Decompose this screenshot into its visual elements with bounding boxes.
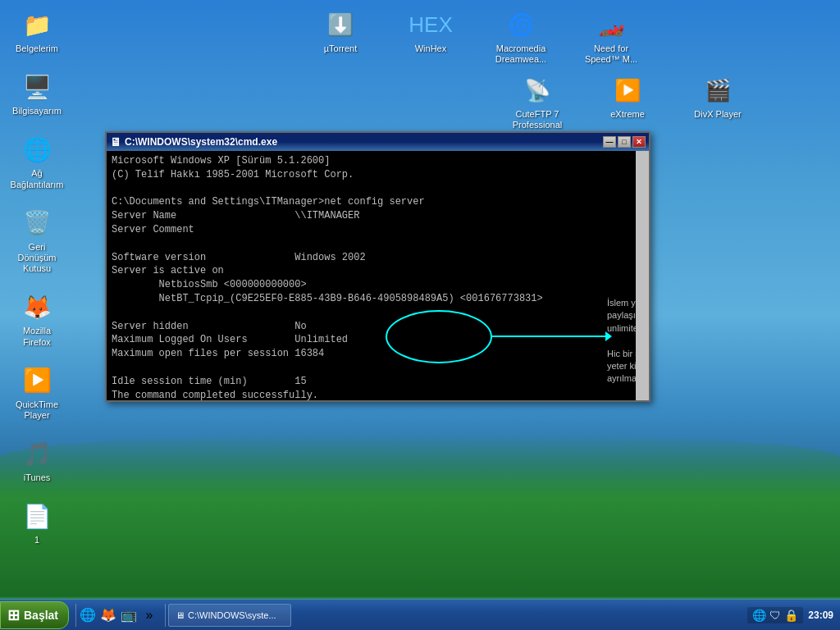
icon-geri-donusum[interactable]: 🗑️ Geri Dönüşüm Kutusu — [8, 207, 66, 275]
nfs-label: Need for Speed™ M... — [582, 43, 640, 65]
bilgisayarim-icon: 🖥️ — [21, 71, 53, 103]
desktop-icons-left: 📁 Belgelerim 🖥️ Bilgisayarım 🌐 Ağ Bağlan… — [8, 8, 66, 546]
extreme-label: eXtreme — [610, 109, 645, 120]
extreme-icon: ▶️ — [611, 74, 644, 107]
firefox-label: Mozilla Firefox — [8, 326, 66, 347]
icon-bilgisayarim[interactable]: 🖥️ Bilgisayarım — [8, 71, 66, 116]
cuteftp-label: CuteFTP 7 Professional — [509, 109, 566, 130]
start-button[interactable]: ⊞ Başlat — [0, 601, 69, 629]
ag-label: Ağ Bağlantılarım — [8, 168, 66, 189]
maximize-button[interactable]: □ — [618, 136, 631, 148]
taskbar-quick-launch: 🌐 🦊 📺 » — [79, 606, 158, 624]
dreamweaver-label: Macromedia Dreamwea... — [492, 43, 550, 65]
ag-icon: 🌐 — [21, 133, 53, 166]
winhex-label: WinHex — [415, 43, 447, 54]
taskbar-ie-icon[interactable]: 🌐 — [79, 606, 97, 624]
taskbar-clock: 23:09 — [808, 609, 833, 621]
recycle-icon: 🗑️ — [21, 207, 53, 240]
icon-cuteftp[interactable]: 📡 CuteFTP 7 Professional — [509, 74, 566, 130]
start-logo-icon: ⊞ — [7, 606, 20, 624]
cmd-titlebar[interactable]: 🖥 C:\WINDOWS\system32\cmd.exe — □ ✕ — [107, 133, 649, 151]
taskbar-more-icon[interactable]: » — [140, 606, 158, 624]
tray-kaspersky-icon: 🔒 — [784, 609, 798, 622]
taskbar-sep-2 — [165, 604, 166, 627]
desktop-icons-top: ⬇️ µTorrent HEX WinHex 🌀 Macromedia Drea… — [312, 8, 746, 130]
recycle-label: Geri Dönüşüm Kutusu — [8, 242, 66, 275]
taskbar-right: 🌐 🛡 🔒 23:09 — [747, 607, 840, 623]
close-button[interactable]: ✕ — [632, 136, 646, 148]
itunes-icon: 🎵 — [21, 437, 53, 470]
taskbar-media-icon[interactable]: 📺 — [120, 606, 138, 624]
icon-utorrent[interactable]: ⬇️ µTorrent — [312, 8, 369, 130]
icon-file1[interactable]: 📄 1 — [8, 500, 66, 546]
icon-divx[interactable]: 🎬 DivX Player — [689, 74, 746, 130]
cmd-window[interactable]: 🖥 C:\WINDOWS\system32\cmd.exe — □ ✕ Micr… — [105, 131, 651, 402]
file1-icon: 📄 — [21, 500, 53, 532]
taskbar-active-window[interactable]: 🖥 C:\WINDOWS\syste... — [168, 604, 291, 627]
belgelerim-label: Belgelerim — [16, 43, 58, 54]
quicktime-label: QuickTime Player — [8, 399, 66, 421]
icon-extreme[interactable]: ▶️ eXtreme — [599, 74, 656, 130]
belgelerim-icon: 📁 — [21, 8, 53, 41]
desktop: 📁 Belgelerim 🖥️ Bilgisayarım 🌐 Ağ Bağlan… — [0, 0, 840, 630]
winhex-icon: HEX — [414, 8, 447, 41]
divx-label: DivX Player — [694, 109, 741, 120]
quicktime-icon: ▶️ — [21, 364, 53, 397]
divx-icon: 🎬 — [701, 74, 734, 107]
itunes-label: iTunes — [24, 472, 51, 483]
desktop-background — [0, 433, 840, 597]
taskbar: ⊞ Başlat 🌐 🦊 📺 » 🖥 C:\WINDOWS\syste... 🌐… — [0, 599, 840, 630]
bilgisayarim-label: Bilgisayarım — [12, 106, 62, 116]
taskbar-active-icon: 🖥 — [176, 610, 185, 620]
icon-mozilla[interactable]: 🦊 Mozilla Firefox — [8, 290, 66, 347]
file1-label: 1 — [34, 535, 39, 546]
minimize-button[interactable]: — — [603, 136, 616, 148]
cuteftp-icon: 📡 — [521, 74, 554, 107]
icon-belgelerim[interactable]: 📁 Belgelerim — [8, 8, 66, 54]
tray-network-icon: 🌐 — [752, 609, 766, 622]
cmd-output: Microsoft Windows XP [Sürüm 5.1.2600] (C… — [112, 154, 644, 400]
icon-winhex[interactable]: HEX WinHex — [402, 8, 459, 130]
taskbar-tray: 🌐 🛡 🔒 — [747, 607, 803, 623]
start-label: Başlat — [24, 609, 58, 622]
nfs-icon: 🏎️ — [595, 8, 628, 41]
cmd-body[interactable]: Microsoft Windows XP [Sürüm 5.1.2600] (C… — [107, 151, 649, 400]
cmd-title-text: C:\WINDOWS\system32\cmd.exe — [125, 136, 603, 148]
utorrent-label: µTorrent — [324, 43, 358, 54]
cmd-title-icon: 🖥 — [110, 135, 121, 148]
taskbar-sep-1 — [75, 604, 76, 627]
dreamweaver-icon: 🌀 — [504, 8, 537, 41]
icon-ag-baglantilari[interactable]: 🌐 Ağ Bağlantılarım — [8, 133, 66, 189]
cmd-scrollbar[interactable] — [636, 151, 649, 400]
tray-antivirus-icon: 🛡 — [769, 609, 781, 622]
utorrent-icon: ⬇️ — [324, 8, 357, 41]
cmd-titlebar-buttons: — □ ✕ — [603, 136, 646, 148]
taskbar-firefox-icon[interactable]: 🦊 — [99, 606, 117, 624]
icon-itunes[interactable]: 🎵 iTunes — [8, 437, 66, 483]
taskbar-active-label: C:\WINDOWS\syste... — [188, 610, 276, 620]
icon-quicktime[interactable]: ▶️ QuickTime Player — [8, 364, 66, 421]
firefox-icon: 🦊 — [21, 290, 53, 323]
